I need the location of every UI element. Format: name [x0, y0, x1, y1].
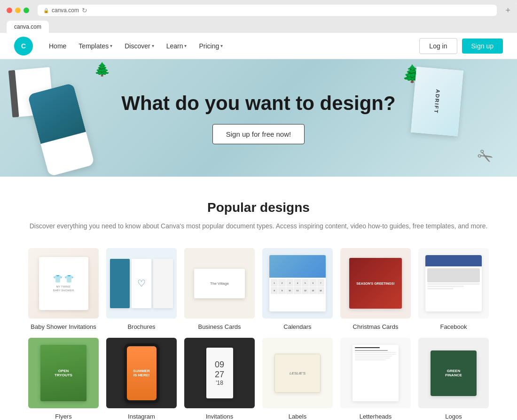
- label-brochures: Brochures: [106, 323, 177, 330]
- label-calendars: Calendars: [262, 323, 333, 330]
- design-item-logos[interactable]: GREENFINANCE Logos: [418, 338, 489, 420]
- logo-text: C: [21, 42, 26, 50]
- nav-pricing[interactable]: Pricing ▾: [194, 39, 227, 53]
- section-title: Popular designs: [28, 200, 489, 215]
- design-item-flyers[interactable]: OPENTRYOUTS Flyers: [28, 338, 99, 420]
- thumb-labels: LESLIE'S: [262, 338, 333, 408]
- discover-chevron: ▾: [152, 43, 154, 48]
- tab-label: canva.com: [14, 23, 41, 30]
- templates-chevron: ▾: [110, 43, 112, 48]
- browser-tab[interactable]: canva.com: [7, 21, 49, 33]
- thumb-christmas-cards: SEASON'S GREETINGS!: [340, 248, 411, 319]
- nav-links: Home Templates ▾ Discover ▾ Learn ▾ Pric…: [44, 39, 419, 53]
- design-item-calendars[interactable]: 1 2 3 4 5 6 7 8 9 10: [262, 248, 333, 330]
- thumb-business-cards: The Village: [184, 248, 255, 319]
- close-dot[interactable]: [7, 8, 12, 13]
- hero-cta-button[interactable]: Sign up for free now!: [212, 124, 305, 144]
- address-text: canva.com: [52, 7, 79, 14]
- thumb-flyers: OPENTRYOUTS: [28, 338, 99, 408]
- address-bar[interactable]: 🔒 canva.com ↻: [38, 5, 497, 16]
- section-subtitle: Discover everything you need to know abo…: [28, 221, 489, 231]
- design-item-facebook[interactable]: Facebook: [418, 248, 489, 330]
- thumb-baby-shower: 👕 👕 MY TWINS'BABY SHOWER: [28, 248, 99, 319]
- design-item-brochures[interactable]: Brochures: [106, 248, 177, 330]
- thumb-letterheads: [340, 338, 411, 408]
- design-grid-row1: 👕 👕 MY TWINS'BABY SHOWER Baby Shower Inv…: [28, 248, 489, 330]
- thumb-instagram: SUMMERIS HERE!: [106, 338, 177, 408]
- label-instagram: Instagram: [106, 413, 177, 420]
- fullscreen-dot[interactable]: [24, 8, 29, 13]
- learn-chevron: ▾: [184, 43, 187, 48]
- label-business-cards: Business Cards: [184, 323, 255, 330]
- hero-section: 🌲 🌲 ADRIFT ✂ What do you want to design?…: [0, 59, 517, 177]
- minimize-dot[interactable]: [15, 8, 21, 13]
- browser-chrome: 🔒 canva.com ↻ + canva.com: [0, 0, 517, 33]
- nav-templates[interactable]: Templates ▾: [74, 39, 117, 53]
- logo[interactable]: C: [14, 37, 33, 55]
- label-facebook: Facebook: [418, 323, 489, 330]
- signup-button[interactable]: Sign up: [462, 39, 503, 54]
- popular-section: Popular designs Discover everything you …: [0, 177, 517, 420]
- new-tab-button[interactable]: +: [505, 6, 510, 16]
- label-flyers: Flyers: [28, 413, 99, 420]
- design-item-labels[interactable]: LESLIE'S Labels: [262, 338, 333, 420]
- label-letterheads: Letterheads: [340, 413, 411, 420]
- label-labels: Labels: [262, 413, 333, 420]
- nav-home[interactable]: Home: [44, 39, 71, 53]
- hero-content: What do you want to design? Sign up for …: [121, 92, 395, 144]
- thumb-calendars: 1 2 3 4 5 6 7 8 9 10: [262, 248, 333, 319]
- design-item-christmas-cards[interactable]: SEASON'S GREETINGS! Christmas Cards: [340, 248, 411, 330]
- baby-icons: 👕 👕: [53, 274, 74, 283]
- thumb-logos: GREENFINANCE: [418, 338, 489, 408]
- label-christmas-cards: Christmas Cards: [340, 323, 411, 330]
- design-item-letterheads[interactable]: Letterheads: [340, 338, 411, 420]
- design-item-instagram[interactable]: SUMMERIS HERE! Instagram: [106, 338, 177, 420]
- thumb-brochures: [106, 248, 177, 319]
- browser-window: 🔒 canva.com ↻ + canva.com C Home Tem: [0, 0, 517, 420]
- label-baby-shower: Baby Shower Invitations: [28, 323, 99, 330]
- navbar: C Home Templates ▾ Discover ▾ Learn ▾: [0, 33, 517, 59]
- design-item-invitations[interactable]: 09 27 '18 Invitations: [184, 338, 255, 420]
- login-button[interactable]: Log in: [419, 38, 457, 54]
- lock-icon: 🔒: [43, 8, 49, 13]
- design-grid-row2: OPENTRYOUTS Flyers SUMMERIS HERE!: [28, 338, 489, 420]
- nav-actions: Log in Sign up: [419, 38, 503, 54]
- refresh-button[interactable]: ↻: [82, 7, 87, 14]
- thumb-facebook: [418, 248, 489, 319]
- hero-title: What do you want to design?: [121, 92, 395, 115]
- thumb-invitations: 09 27 '18: [184, 338, 255, 408]
- design-item-baby-shower[interactable]: 👕 👕 MY TWINS'BABY SHOWER Baby Shower Inv…: [28, 248, 99, 330]
- label-invitations: Invitations: [184, 413, 255, 420]
- nav-learn[interactable]: Learn ▾: [162, 39, 192, 53]
- pricing-chevron: ▾: [220, 43, 223, 48]
- page-content: C Home Templates ▾ Discover ▾ Learn ▾: [0, 33, 517, 420]
- label-logos: Logos: [418, 413, 489, 420]
- nav-discover[interactable]: Discover ▾: [120, 39, 158, 53]
- design-item-business-cards[interactable]: The Village Business Cards: [184, 248, 255, 330]
